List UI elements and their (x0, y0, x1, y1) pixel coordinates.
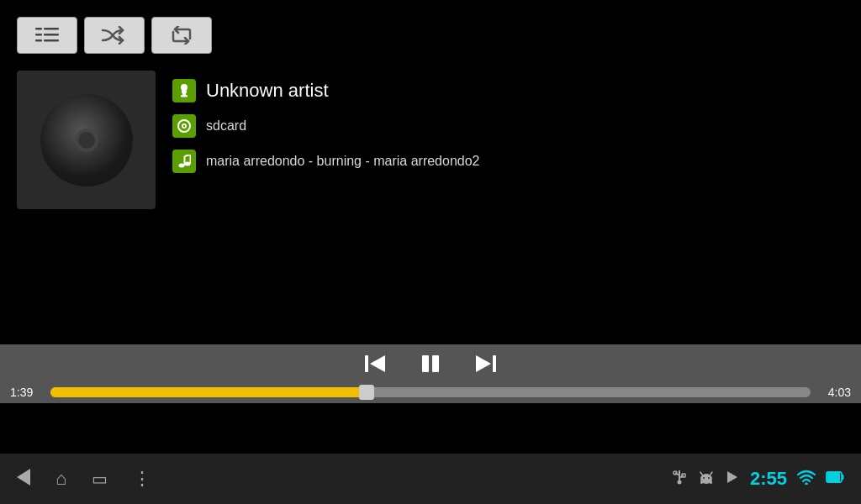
svg-rect-36 (700, 480, 703, 484)
transport-controls (360, 349, 501, 379)
android-icon (698, 469, 715, 490)
svg-point-33 (708, 477, 710, 479)
source-label: sdcard (206, 118, 246, 134)
prev-button[interactable] (360, 349, 390, 379)
svg-point-13 (183, 125, 185, 127)
status-time: 2:55 (750, 468, 787, 490)
svg-rect-2 (35, 39, 42, 42)
track-row: maria arredondo - burning - maria arredo… (172, 150, 480, 173)
artist-icon (172, 79, 196, 102)
svg-line-35 (710, 472, 712, 475)
nav-icons (17, 468, 671, 490)
svg-point-15 (185, 162, 191, 166)
top-controls (17, 17, 844, 54)
progress-track[interactable] (50, 387, 811, 397)
source-icon (172, 114, 196, 138)
svg-rect-19 (365, 355, 368, 372)
track-name: maria arredondo - burning - maria arredo… (206, 154, 480, 169)
artist-row: Unknown artist (172, 79, 480, 102)
album-disc (40, 94, 133, 186)
track-icon (172, 150, 196, 173)
svg-point-39 (805, 482, 808, 485)
wifi-icon (797, 470, 816, 489)
progress-row: 1:39 4:03 (0, 386, 861, 399)
usb-icon (671, 469, 688, 490)
info-area: Unknown artist sdcard (17, 71, 844, 209)
svg-marker-38 (727, 471, 737, 483)
source-row: sdcard (172, 114, 480, 138)
svg-rect-0 (35, 28, 42, 30)
battery-icon (826, 470, 844, 489)
svg-point-10 (182, 90, 187, 93)
svg-rect-3 (44, 28, 59, 30)
svg-rect-23 (493, 355, 496, 372)
pause-button[interactable] (415, 349, 446, 379)
svg-rect-1 (35, 34, 42, 36)
artist-name: Unknown artist (206, 80, 329, 102)
repeat-button[interactable] (151, 17, 212, 54)
svg-line-17 (185, 155, 191, 156)
svg-marker-24 (476, 355, 491, 372)
svg-rect-37 (710, 480, 712, 484)
track-info: Unknown artist sdcard (172, 71, 480, 209)
svg-point-30 (677, 480, 681, 484)
svg-rect-8 (181, 95, 188, 97)
playlist-button[interactable] (17, 17, 77, 54)
svg-marker-20 (370, 355, 385, 372)
back-button[interactable] (17, 469, 30, 490)
svg-line-34 (700, 472, 702, 475)
disc-center (75, 129, 98, 152)
svg-point-14 (179, 164, 185, 168)
main-content: Unknown artist sdcard (0, 0, 861, 378)
playback-bar: 1:39 4:03 (0, 344, 861, 403)
play-indicator-icon (725, 470, 740, 489)
elapsed-time: 1:39 (10, 386, 44, 399)
svg-point-32 (703, 477, 705, 479)
svg-rect-21 (422, 355, 429, 372)
progress-fill (50, 387, 362, 397)
status-bar: 2:55 (0, 454, 861, 504)
svg-rect-22 (432, 355, 439, 372)
menu-button[interactable] (133, 468, 151, 490)
svg-rect-5 (44, 39, 59, 42)
recents-button[interactable] (92, 469, 108, 489)
shuffle-button[interactable] (84, 17, 145, 54)
progress-thumb[interactable] (359, 385, 374, 400)
album-art (17, 71, 156, 209)
svg-rect-41 (827, 473, 840, 481)
svg-rect-42 (842, 475, 844, 480)
total-time: 4:03 (817, 386, 851, 399)
svg-rect-4 (44, 34, 59, 36)
next-button[interactable] (471, 349, 501, 379)
status-right: 2:55 (671, 468, 844, 490)
home-button[interactable] (55, 468, 66, 490)
